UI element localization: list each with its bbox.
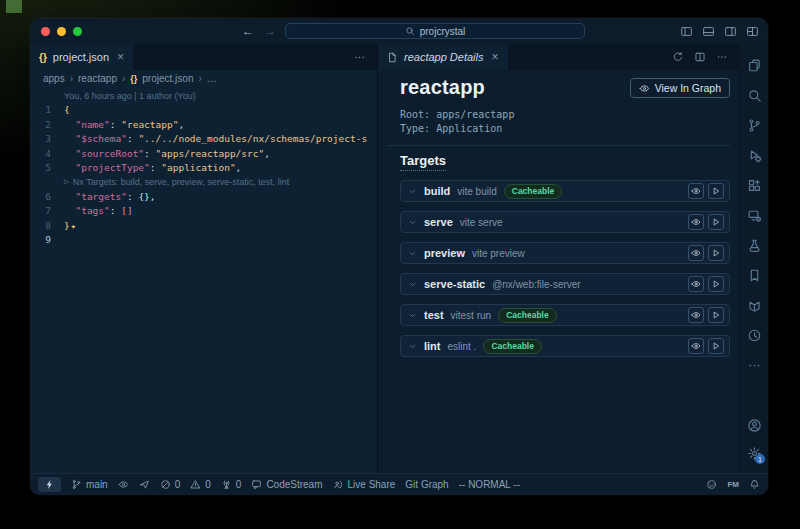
tower-icon xyxy=(221,479,232,490)
chevron-down-icon[interactable] xyxy=(408,311,417,320)
target-run-button[interactable] xyxy=(708,276,724,292)
tabbar-left: {} project.json × xyxy=(30,44,377,70)
live-share-item[interactable]: Live Share xyxy=(333,479,396,490)
source-control-icon[interactable] xyxy=(740,110,768,140)
search-icon xyxy=(405,26,415,36)
feedback-smiley-icon[interactable] xyxy=(706,479,717,490)
problems-errors[interactable]: 0 xyxy=(160,479,181,490)
explorer-icon[interactable] xyxy=(740,50,768,80)
target-eye-button[interactable] xyxy=(688,183,704,199)
target-run-button[interactable] xyxy=(708,183,724,199)
target-eye-button[interactable] xyxy=(688,276,704,292)
target-run-button[interactable] xyxy=(708,214,724,230)
fm-indicator[interactable]: FM xyxy=(727,480,739,489)
breadcrumb-item[interactable]: apps xyxy=(43,73,65,84)
vim-mode-indicator[interactable]: -- NORMAL -- xyxy=(459,479,520,490)
titlebar-layout-controls xyxy=(680,18,759,44)
target-row-lint[interactable]: linteslint .Cacheable xyxy=(400,335,730,357)
thunder-client-item[interactable] xyxy=(139,479,150,490)
breadcrumb-item[interactable]: … xyxy=(207,73,217,84)
minimize-window-button[interactable] xyxy=(57,27,66,36)
refresh-icon[interactable] xyxy=(672,51,684,63)
target-row-serve[interactable]: servevite serve xyxy=(400,211,730,233)
breadcrumb-item[interactable]: reactapp xyxy=(78,73,117,84)
target-eye-button[interactable] xyxy=(688,307,704,323)
settings-gear-icon[interactable]: 1 xyxy=(740,439,768,467)
chevron-down-icon[interactable] xyxy=(408,218,417,227)
extensions-icon[interactable] xyxy=(740,170,768,200)
view-in-graph-label: View In Graph xyxy=(655,82,721,94)
target-eye-button[interactable] xyxy=(688,245,704,261)
target-run-button[interactable] xyxy=(708,245,724,261)
smiley-icon xyxy=(706,479,717,490)
code-editor[interactable]: You, 6 hours ago | 1 author (You)1{2 "na… xyxy=(30,87,377,473)
target-command: vite serve xyxy=(460,217,503,228)
ports-item[interactable]: 0 xyxy=(221,479,242,490)
layout-panel-icon[interactable] xyxy=(702,25,715,38)
type-label: Type: xyxy=(400,123,430,134)
gitlens-blame-lens[interactable]: You, 6 hours ago | 1 author (You) xyxy=(30,89,377,103)
codestream-item[interactable]: CodeStream xyxy=(251,479,322,490)
cacheable-badge: Cacheable xyxy=(504,184,563,199)
close-tab-icon[interactable]: × xyxy=(117,50,124,64)
run-debug-icon[interactable] xyxy=(740,140,768,170)
breadcrumb-item[interactable]: project.json xyxy=(142,73,193,84)
notifications-bell-icon[interactable] xyxy=(749,479,760,490)
chevron-down-icon[interactable] xyxy=(408,342,417,351)
tab-project-json[interactable]: {} project.json × xyxy=(30,44,133,70)
tab-reactapp-details[interactable]: reactapp Details × xyxy=(378,44,508,70)
layout-sidebar-left-icon[interactable] xyxy=(680,25,693,38)
layout-sidebar-right-icon[interactable] xyxy=(724,25,737,38)
target-row-preview[interactable]: previewvite preview xyxy=(400,242,730,264)
eye-icon xyxy=(118,479,129,490)
testing-icon[interactable] xyxy=(740,230,768,260)
search-icon[interactable] xyxy=(740,80,768,110)
project-details-view: reactapp View In Graph Root: apps/reacta… xyxy=(378,70,739,473)
divider xyxy=(388,145,730,146)
titlebar[interactable]: ← → projcrystal xyxy=(30,18,768,44)
status-label: FM xyxy=(727,480,739,489)
timeline-icon[interactable] xyxy=(740,320,768,350)
nx-console-icon[interactable] xyxy=(740,290,768,320)
target-name: lint xyxy=(424,340,441,352)
code-line: 7 "tags": [] xyxy=(30,204,377,218)
target-run-button[interactable] xyxy=(708,338,724,354)
warning-icon xyxy=(190,479,201,490)
view-in-graph-button[interactable]: View In Graph xyxy=(630,78,730,98)
more-views-icon[interactable] xyxy=(740,350,768,380)
command-center-search[interactable]: projcrystal xyxy=(285,23,585,39)
chevron-down-icon[interactable] xyxy=(408,280,417,289)
line-number: 1 xyxy=(30,103,64,117)
git-branch-icon xyxy=(71,479,82,490)
accounts-icon[interactable] xyxy=(740,411,768,439)
more-actions-icon[interactable] xyxy=(353,51,366,64)
target-row-build[interactable]: buildvite buildCacheable xyxy=(400,180,730,202)
target-run-button[interactable] xyxy=(708,307,724,323)
breadcrumb-separator: › xyxy=(198,73,201,84)
status-label: 0 xyxy=(205,479,211,490)
maximize-window-button[interactable] xyxy=(73,27,82,36)
gitlens-blame-toggle[interactable] xyxy=(118,479,129,490)
navigate-back-icon[interactable]: ← xyxy=(242,24,254,38)
remote-indicator[interactable] xyxy=(38,477,61,492)
nx-targets-code-lens[interactable]: ▷Nx Targets: build, serve, preview, serv… xyxy=(30,175,377,189)
code-line: 8}✦ xyxy=(30,219,377,233)
customize-layout-icon[interactable] xyxy=(746,25,759,38)
more-actions-icon[interactable] xyxy=(716,51,728,63)
navigate-forward-icon[interactable]: → xyxy=(264,24,276,38)
target-eye-button[interactable] xyxy=(688,214,704,230)
git-graph-item[interactable]: Git Graph xyxy=(405,479,448,490)
target-eye-button[interactable] xyxy=(688,338,704,354)
problems-warnings[interactable]: 0 xyxy=(190,479,211,490)
remote-explorer-icon[interactable] xyxy=(740,200,768,230)
target-row-serve-static[interactable]: serve-static@nx/web:file-server xyxy=(400,273,730,295)
close-window-button[interactable] xyxy=(41,27,50,36)
split-editor-icon[interactable] xyxy=(694,51,706,63)
chevron-down-icon[interactable] xyxy=(408,187,417,196)
chevron-down-icon[interactable] xyxy=(408,249,417,258)
git-branch-item[interactable]: main xyxy=(71,479,108,490)
code-token: : xyxy=(127,132,138,146)
close-tab-icon[interactable]: × xyxy=(492,50,499,64)
bookmarks-icon[interactable] xyxy=(740,260,768,290)
target-row-test[interactable]: testvitest runCacheable xyxy=(400,304,730,326)
